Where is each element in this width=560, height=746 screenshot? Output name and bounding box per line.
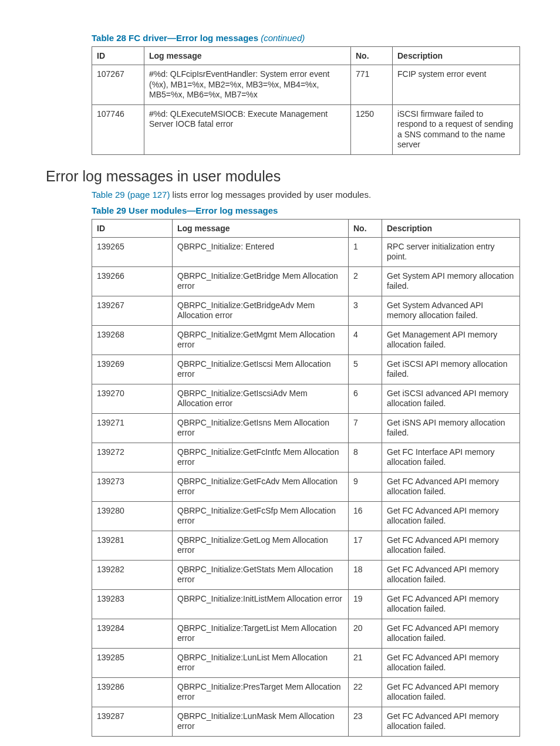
table-row: 107746#%d: QLExecuteMSIOCB: Execute Mana… (92, 104, 520, 154)
cell-id: 139281 (92, 531, 173, 560)
cell-id: 139267 (92, 296, 173, 325)
cell-no: 9 (349, 472, 382, 501)
section-heading: Error log messages in user modules (46, 168, 520, 185)
cell-no: 1250 (351, 104, 393, 154)
cell-id: 139271 (92, 413, 173, 443)
table-row: 139280QBRPC_Initialize:GetFcSfp Mem Allo… (92, 501, 520, 531)
table28-caption-text: Table 28 FC driver—Error log messages (92, 33, 258, 43)
table-row: 139270QBRPC_Initialize:GetIscsiAdv Mem A… (92, 384, 520, 413)
cell-desc: Get FC Advanced API memory allocation fa… (382, 648, 520, 677)
cell-no: 2 (349, 266, 382, 296)
cell-no: 7 (349, 413, 382, 443)
cell-msg: QBRPC_Initialize:LunMask Mem Allocation … (173, 707, 349, 736)
cell-msg: QBRPC_Initialize:PresTarget Mem Allocati… (173, 677, 349, 707)
table28-header-row: ID Log message No. Description (92, 47, 520, 65)
cell-desc: Get FC Advanced API memory allocation fa… (382, 619, 520, 648)
cell-id: 107746 (92, 104, 144, 154)
cell-desc: Get FC Advanced API memory allocation fa… (382, 589, 520, 619)
table28: ID Log message No. Description 107267#%d… (92, 46, 520, 155)
cell-msg: QBRPC_Initialize:GetMgmt Mem Allocation … (173, 325, 349, 355)
cell-id: 139265 (92, 237, 173, 266)
cell-msg: QBRPC_Initialize: Entered (173, 237, 349, 266)
cell-desc: Get FC Advanced API memory allocation fa… (382, 472, 520, 501)
cell-no: 16 (349, 501, 382, 531)
table-row: 139285QBRPC_Initialize:LunList Mem Alloc… (92, 648, 520, 677)
cell-desc: Get FC Advanced API memory allocation fa… (382, 560, 520, 589)
cell-id: 139283 (92, 589, 173, 619)
th-no: No. (351, 47, 393, 65)
cell-desc: Get FC Advanced API memory allocation fa… (382, 531, 520, 560)
cell-msg: QBRPC_Initialize:GetStats Mem Allocation… (173, 560, 349, 589)
table29-link[interactable]: Table 29 (page 127) (92, 190, 170, 200)
cell-no: 4 (349, 325, 382, 355)
table-row: 139281QBRPC_Initialize:GetLog Mem Alloca… (92, 531, 520, 560)
cell-id: 139269 (92, 355, 173, 384)
table-row: 107267#%d: QLFcipIsrEventHandler: System… (92, 65, 520, 105)
cell-msg: QBRPC_Initialize:GetFcIntfc Mem Allocati… (173, 443, 349, 472)
cell-no: 21 (349, 648, 382, 677)
table-row: 139272QBRPC_Initialize:GetFcIntfc Mem Al… (92, 443, 520, 472)
cell-no: 17 (349, 531, 382, 560)
cell-desc: iSCSI firmware failed to respond to a re… (393, 104, 520, 154)
cell-msg: QBRPC_Initialize:GetFcAdv Mem Allocation… (173, 472, 349, 501)
cell-desc: Get System Advanced API memory allocatio… (382, 296, 520, 325)
intro-rest: lists error log messages provided by use… (170, 190, 371, 200)
cell-desc: Get FC Interface API memory allocation f… (382, 443, 520, 472)
cell-msg: #%d: QLExecuteMSIOCB: Execute Management… (144, 104, 351, 154)
cell-desc: Get iSCSI advanced API memory allocation… (382, 384, 520, 413)
cell-msg: QBRPC_Initialize:GetLog Mem Allocation e… (173, 531, 349, 560)
th-desc: Description (382, 219, 520, 237)
table29: ID Log message No. Description 139265QBR… (92, 219, 520, 737)
cell-id: 139272 (92, 443, 173, 472)
th-desc: Description (393, 47, 520, 65)
cell-desc: Get iSCSI API memory allocation failed. (382, 355, 520, 384)
cell-id: 139266 (92, 266, 173, 296)
table-row: 139266QBRPC_Initialize:GetBridge Mem All… (92, 266, 520, 296)
cell-desc: Get FC Advanced API memory allocation fa… (382, 677, 520, 707)
th-id: ID (92, 47, 144, 65)
cell-no: 1 (349, 237, 382, 266)
cell-no: 23 (349, 707, 382, 736)
cell-msg: QBRPC_Initialize:LunList Mem Allocation … (173, 648, 349, 677)
cell-desc: Get iSNS API memory allocation failed. (382, 413, 520, 443)
th-no: No. (349, 219, 382, 237)
cell-id: 139270 (92, 384, 173, 413)
cell-no: 18 (349, 560, 382, 589)
cell-desc: FCIP system error event (393, 65, 520, 105)
table28-caption: Table 28 FC driver—Error log messages (c… (92, 33, 520, 43)
table29-caption: Table 29 User modules—Error log messages (92, 205, 520, 215)
table-row: 139284QBRPC_Initialize:TargetList Mem Al… (92, 619, 520, 648)
cell-id: 139284 (92, 619, 173, 648)
table-row: 139282QBRPC_Initialize:GetStats Mem Allo… (92, 560, 520, 589)
cell-desc: Get FC Advanced API memory allocation fa… (382, 501, 520, 531)
cell-id: 139286 (92, 677, 173, 707)
table-row: 139283QBRPC_Initialize:InitListMem Alloc… (92, 589, 520, 619)
table-row: 139287QBRPC_Initialize:LunMask Mem Alloc… (92, 707, 520, 736)
th-id: ID (92, 219, 173, 237)
cell-msg: QBRPC_Initialize:GetBridge Mem Allocatio… (173, 266, 349, 296)
table-row: 139286QBRPC_Initialize:PresTarget Mem Al… (92, 677, 520, 707)
cell-id: 139287 (92, 707, 173, 736)
cell-no: 6 (349, 384, 382, 413)
cell-id: 139282 (92, 560, 173, 589)
table-row: 139269QBRPC_Initialize:GetIscsi Mem Allo… (92, 355, 520, 384)
cell-desc: Get System API memory allocation failed. (382, 266, 520, 296)
table28-continued: (continued) (261, 33, 305, 43)
intro-paragraph: Table 29 (page 127) lists error log mess… (92, 190, 520, 200)
cell-msg: QBRPC_Initialize:GetBridgeAdv Mem Alloca… (173, 296, 349, 325)
cell-id: 139268 (92, 325, 173, 355)
cell-no: 3 (349, 296, 382, 325)
cell-id: 139280 (92, 501, 173, 531)
cell-desc: RPC server initialization entry point. (382, 237, 520, 266)
cell-desc: Get Management API memory allocation fai… (382, 325, 520, 355)
cell-msg: QBRPC_Initialize:GetIscsi Mem Allocation… (173, 355, 349, 384)
cell-no: 22 (349, 677, 382, 707)
cell-msg: #%d: QLFcipIsrEventHandler: System error… (144, 65, 351, 105)
cell-no: 19 (349, 589, 382, 619)
table-row: 139265QBRPC_Initialize: Entered1RPC serv… (92, 237, 520, 266)
cell-msg: QBRPC_Initialize:GetFcSfp Mem Allocation… (173, 501, 349, 531)
cell-msg: QBRPC_Initialize:GetIsns Mem Allocation … (173, 413, 349, 443)
cell-no: 5 (349, 355, 382, 384)
cell-no: 771 (351, 65, 393, 105)
table-row: 139273QBRPC_Initialize:GetFcAdv Mem Allo… (92, 472, 520, 501)
